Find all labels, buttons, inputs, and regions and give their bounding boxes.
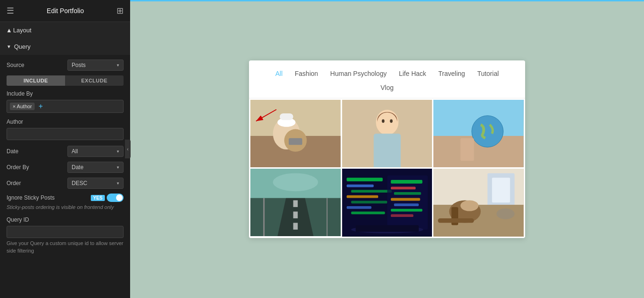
toggle-thumb — [116, 194, 123, 201]
svg-rect-36 — [351, 190, 392, 193]
toggle-yes-label: YES — [91, 195, 105, 201]
image-code — [342, 169, 432, 237]
order-row: Order DESC ASC — [7, 178, 124, 189]
source-row: Source Posts Pages Custom — [7, 60, 124, 71]
grid-cell-relax — [433, 169, 524, 237]
query-id-hint: Give your Query a custom unique id to al… — [7, 240, 124, 254]
query-id-input[interactable] — [7, 226, 124, 238]
filter-tabs: All Fashion Human Psychology Life Hack T… — [249, 60, 525, 98]
svg-rect-45 — [391, 198, 420, 201]
svg-rect-26 — [293, 212, 298, 218]
image-relax — [433, 169, 524, 237]
svg-rect-25 — [293, 200, 298, 207]
author-label: Author — [7, 119, 124, 125]
source-label: Source — [7, 62, 24, 68]
query-arrow: ▼ — [7, 44, 11, 49]
order-by-select[interactable]: Date Title Author Random — [67, 162, 124, 173]
top-progress-bar — [130, 0, 644, 1]
portfolio-widget: All Fashion Human Psychology Life Hack T… — [249, 60, 525, 238]
sidebar: ☰ Edit Portfolio ⊞ ▶ Layout ▼ Query Sour… — [0, 0, 130, 298]
layout-section-header[interactable]: ▶ Layout — [0, 22, 130, 38]
tab-traveling[interactable]: Traveling — [434, 68, 470, 79]
svg-rect-34 — [346, 178, 382, 181]
tab-vlog[interactable]: Vlog — [376, 82, 398, 93]
source-select-wrapper: Posts Pages Custom — [67, 60, 124, 71]
toggle-track[interactable] — [107, 194, 124, 202]
image-woman — [342, 100, 432, 168]
svg-rect-42 — [391, 180, 422, 184]
grid-cell-woman — [342, 100, 432, 168]
toggle-switch[interactable]: YES — [91, 194, 124, 202]
menu-icon[interactable]: ☰ — [7, 6, 14, 16]
tab-tutorial[interactable]: Tutorial — [473, 68, 504, 79]
sidebar-header: ☰ Edit Portfolio ⊞ — [0, 0, 130, 22]
image-road — [250, 169, 341, 236]
author-input[interactable] — [7, 128, 124, 140]
ignore-sticky-label: Ignore Sticky Posts — [7, 194, 55, 201]
date-select[interactable]: All Today Week Month — [67, 146, 124, 157]
sidebar-collapse-handle[interactable]: ‹ — [125, 140, 131, 158]
grid-cell-code — [342, 169, 432, 237]
grid-icon[interactable]: ⊞ — [117, 6, 124, 16]
date-row: Date All Today Week Month — [7, 146, 124, 157]
svg-rect-43 — [391, 187, 416, 190]
date-select-wrapper: All Today Week Month — [67, 146, 124, 157]
svg-rect-37 — [346, 195, 378, 198]
query-id-label: Query ID — [7, 216, 124, 223]
svg-point-14 — [377, 112, 397, 132]
svg-rect-38 — [351, 201, 387, 203]
grid-cell-cooking — [250, 100, 341, 167]
image-cooking — [250, 100, 341, 167]
query-section-header[interactable]: ▼ Query — [0, 38, 130, 55]
date-label: Date — [7, 148, 18, 155]
include-exclude-bar: INCLUDE EXCLUDE — [7, 75, 124, 86]
svg-rect-12 — [373, 134, 401, 167]
image-globe — [433, 100, 524, 168]
grid-cell-globe — [433, 100, 524, 168]
exclude-button[interactable]: EXCLUDE — [65, 75, 124, 86]
grid-cell-road — [250, 169, 341, 236]
svg-rect-46 — [394, 203, 418, 206]
svg-point-15 — [381, 119, 384, 123]
svg-point-60 — [497, 209, 515, 219]
source-select[interactable]: Posts Pages Custom — [67, 60, 124, 71]
svg-rect-40 — [351, 212, 385, 215]
tab-human-psychology[interactable]: Human Psychology — [326, 68, 392, 79]
layout-arrow: ▶ — [6, 29, 11, 32]
page-title: Edit Portfolio — [47, 7, 84, 15]
tags-input[interactable]: × Author + — [7, 100, 124, 113]
author-tag[interactable]: × Author — [10, 103, 35, 110]
tab-fashion[interactable]: Fashion — [290, 68, 323, 79]
svg-rect-59 — [438, 218, 474, 223]
svg-rect-27 — [293, 223, 298, 230]
svg-rect-48 — [391, 214, 413, 217]
add-tag-button[interactable]: + — [38, 102, 43, 111]
tab-all[interactable]: All — [271, 68, 287, 79]
sticky-hint: Sticky-posts ordering is visible on fron… — [7, 204, 124, 211]
svg-rect-54 — [492, 178, 511, 202]
svg-rect-47 — [391, 209, 422, 212]
author-tag-text: × Author — [13, 104, 32, 109]
svg-rect-41 — [387, 175, 428, 230]
tab-life-hack[interactable]: Life Hack — [394, 68, 431, 79]
svg-rect-39 — [346, 206, 371, 209]
ignore-sticky-row: Ignore Sticky Posts YES — [7, 194, 124, 202]
order-by-label: Order By — [7, 164, 29, 171]
order-select[interactable]: DESC ASC — [67, 178, 124, 189]
svg-rect-21 — [461, 138, 474, 160]
order-by-row: Order By Date Title Author Random — [7, 162, 124, 173]
order-by-select-wrapper: Date Title Author Random — [67, 162, 124, 173]
main-content: All Fashion Human Psychology Life Hack T… — [130, 0, 644, 298]
include-by-label: Include By — [7, 90, 124, 97]
svg-rect-44 — [394, 192, 421, 195]
svg-point-16 — [390, 119, 393, 123]
image-grid — [249, 98, 525, 238]
order-select-wrapper: DESC ASC — [67, 178, 124, 189]
order-label: Order — [7, 180, 21, 186]
svg-rect-50 — [356, 225, 419, 231]
query-section-body: Source Posts Pages Custom INCLUDE EXCLUD… — [0, 55, 130, 259]
svg-rect-35 — [346, 185, 373, 187]
query-label: Query — [14, 43, 30, 50]
svg-point-31 — [273, 173, 318, 192]
include-button[interactable]: INCLUDE — [7, 75, 65, 86]
